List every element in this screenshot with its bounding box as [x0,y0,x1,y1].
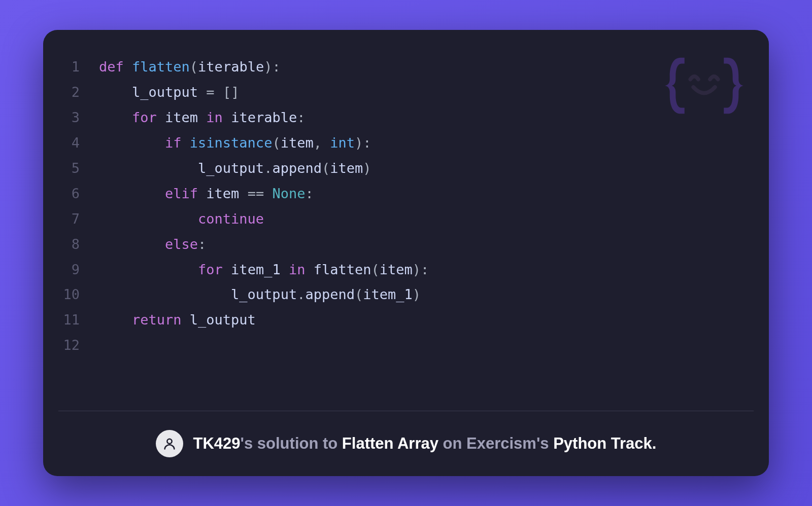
caption-track: Python Track. [553,435,656,452]
code-line: 1def flatten(iterable): [53,54,749,80]
code-line: 3 for item in iterable: [53,105,749,130]
line-content: continue [99,206,264,232]
footer: TK429's solution to Flatten Array on Exe… [43,411,769,476]
caption: TK429's solution to Flatten Array on Exe… [193,435,657,453]
line-content: l_output.append(item_1) [99,282,421,307]
caption-user: TK429 [193,435,241,452]
line-number: 4 [53,130,99,156]
code-line: 5 l_output.append(item) [53,156,749,181]
line-number: 8 [53,232,99,257]
code-line: 4 if isinstance(item, int): [53,130,749,156]
caption-exercise: Flatten Array [342,435,438,452]
code-card: 1def flatten(iterable):2 l_output = []3 … [43,30,769,476]
code-line: 7 continue [53,206,749,232]
code-line: 2 l_output = [] [53,80,749,105]
code-area: 1def flatten(iterable):2 l_output = []3 … [43,30,769,411]
code-line: 6 elif item == None: [53,181,749,206]
line-content: else: [99,232,206,257]
line-number: 9 [53,257,99,282]
line-number: 1 [53,54,99,80]
code-line: 9 for item_1 in flatten(item): [53,257,749,282]
line-content: l_output = [] [99,80,239,105]
caption-on: on Exercism's [438,435,553,452]
code-line: 10 l_output.append(item_1) [53,282,749,307]
line-content: for item in iterable: [99,105,305,130]
line-number: 3 [53,105,99,130]
line-number: 2 [53,80,99,105]
line-content: def flatten(iterable): [99,54,281,80]
exercism-logo-icon [665,53,743,121]
line-number: 5 [53,156,99,181]
line-content: return l_output [99,307,256,333]
code-block: 1def flatten(iterable):2 l_output = []3 … [53,54,749,358]
line-content: if isinstance(item, int): [99,130,371,156]
line-number: 6 [53,181,99,206]
caption-possessive: 's [241,435,257,452]
code-line: 12 [53,333,749,358]
line-content: for item_1 in flatten(item): [99,257,429,282]
line-content: elif item == None: [99,181,314,206]
code-line: 11 return l_output [53,307,749,333]
user-avatar-icon [156,430,183,457]
line-number: 11 [53,307,99,333]
line-number: 12 [53,333,99,358]
caption-solution-to: solution to [257,435,342,452]
line-content: l_output.append(item) [99,156,371,181]
line-number: 7 [53,206,99,232]
line-number: 10 [53,282,99,307]
svg-point-0 [167,439,172,444]
code-line: 8 else: [53,232,749,257]
